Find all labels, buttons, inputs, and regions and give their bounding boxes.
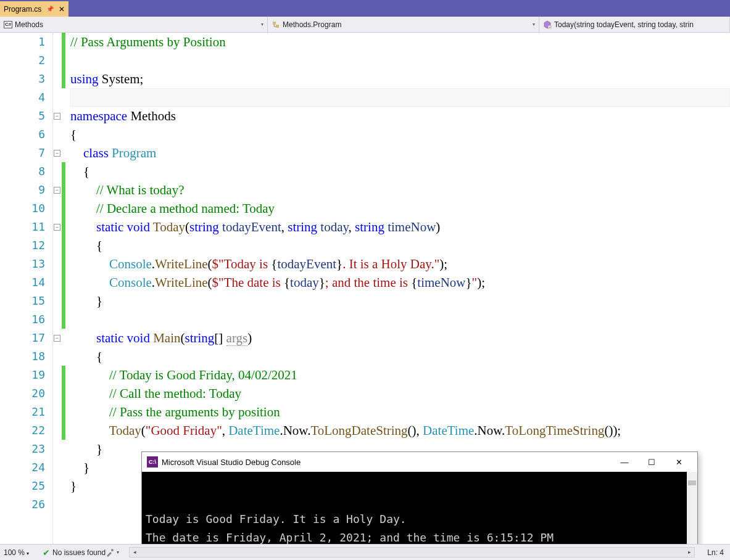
line-number: 13 (0, 255, 45, 273)
cursor-position: Ln: 4 (701, 548, 730, 557)
file-tab[interactable]: Program.cs 📌 ✕ (0, 1, 68, 17)
line-number: 1 (0, 33, 45, 51)
code-line[interactable] (70, 88, 730, 107)
code-line[interactable]: // Call the method: Today (70, 384, 730, 403)
line-number: 12 (0, 236, 45, 255)
line-number: 23 (0, 440, 45, 458)
fold-toggle[interactable]: − (54, 113, 60, 120)
line-number: 14 (0, 273, 45, 292)
minimize-button[interactable]: — (611, 458, 638, 467)
change-marker (62, 310, 65, 329)
code-line[interactable]: // What is today? (70, 181, 730, 199)
tab-strip: Program.cs 📌 ✕ (0, 0, 730, 17)
change-marker (62, 181, 65, 199)
code-line[interactable] (70, 51, 730, 70)
code-line[interactable]: } (70, 292, 730, 310)
code-line[interactable]: static void Main(string[] args) (70, 329, 730, 347)
code-line[interactable]: Today("Good Friday", DateTime.Now.ToLong… (70, 421, 730, 440)
change-marker (62, 421, 65, 440)
line-number: 10 (0, 199, 45, 218)
line-number: 15 (0, 292, 45, 310)
console-line: Today is Good Friday. It is a Holy Day. (146, 510, 694, 529)
line-number: 20 (0, 384, 45, 403)
fold-column: −−−−− (53, 33, 62, 544)
line-number: 19 (0, 366, 45, 384)
console-scroll-thumb[interactable] (688, 480, 696, 485)
member-dropdown[interactable]: Today(string todayEvent, string today, s… (539, 17, 730, 32)
change-marker (62, 33, 65, 51)
code-line[interactable] (70, 310, 730, 329)
console-title-text: Microsoft Visual Studio Debug Console (162, 458, 301, 467)
class-icon (272, 20, 280, 29)
zoom-level[interactable]: 100 %▾ (0, 548, 33, 557)
change-marker (62, 236, 65, 255)
method-icon (543, 20, 552, 29)
code-line[interactable]: { (70, 162, 730, 181)
scroll-left-icon[interactable]: ◂ (130, 548, 139, 557)
change-marker (62, 255, 65, 273)
console-app-icon: C:\ (147, 456, 158, 467)
line-number: 18 (0, 347, 45, 366)
change-marker (62, 70, 65, 88)
scope-dropdown[interactable]: C# Methods ▾ (0, 17, 268, 32)
code-line[interactable]: { (70, 125, 730, 144)
fold-toggle[interactable]: − (54, 224, 60, 231)
console-titlebar[interactable]: C:\ Microsoft Visual Studio Debug Consol… (142, 452, 697, 472)
change-marker (62, 51, 65, 70)
line-number: 2 (0, 51, 45, 70)
change-marker (62, 366, 65, 384)
issues-text: No issues found (52, 548, 106, 557)
code-line[interactable]: // Pass the arguments by position (70, 403, 730, 421)
svg-point-3 (111, 549, 114, 551)
scroll-right-icon[interactable]: ▸ (684, 548, 694, 557)
line-number: 5 (0, 107, 45, 125)
horizontal-scrollbar[interactable]: ◂ ▸ (129, 547, 695, 558)
code-line[interactable]: // Today is Good Friday, 04/02/2021 (70, 366, 730, 384)
scope-label: Methods (15, 20, 43, 29)
line-number: 3 (0, 70, 45, 88)
svg-rect-0 (273, 22, 276, 25)
line-number: 9 (0, 181, 45, 199)
change-marker (62, 162, 65, 181)
code-line[interactable]: Console.WriteLine($"The date is {today};… (70, 273, 730, 292)
line-number: 25 (0, 477, 45, 495)
svg-point-2 (548, 25, 552, 29)
tab-filename: Program.cs (4, 5, 41, 14)
fold-toggle[interactable]: − (54, 335, 60, 342)
code-line[interactable]: { (70, 347, 730, 366)
line-number: 24 (0, 458, 45, 477)
code-line[interactable]: namespace Methods (70, 107, 730, 125)
navigation-bar: C# Methods ▾ Methods.Program ▾ Today(str… (0, 17, 730, 33)
close-button[interactable]: ✕ (665, 458, 692, 467)
line-number: 7 (0, 144, 45, 162)
maximize-button[interactable]: ☐ (638, 458, 665, 467)
change-marker (62, 199, 65, 218)
chevron-down-icon: ▾ (27, 551, 29, 556)
fold-toggle[interactable]: − (54, 150, 60, 157)
change-indicator-column (62, 33, 67, 544)
line-number-gutter: 1234567891011121314151617181920212223242… (0, 33, 53, 544)
line-number: 8 (0, 162, 45, 181)
check-icon: ✔ (43, 548, 50, 558)
close-icon[interactable]: ✕ (59, 5, 65, 14)
line-number: 26 (0, 495, 45, 514)
line-number: 6 (0, 125, 45, 144)
status-bar: 100 %▾ ✔ No issues found ▾ ◂ ▸ Ln: 4 (0, 544, 730, 560)
status-options[interactable]: ▾ (106, 548, 119, 557)
line-number: 17 (0, 329, 45, 347)
code-line[interactable]: { (70, 236, 730, 255)
code-line[interactable]: // Pass Arguments by Position (70, 33, 730, 51)
line-number: 4 (0, 88, 45, 107)
fold-toggle[interactable]: − (54, 187, 60, 194)
code-line[interactable]: // Declare a method named: Today (70, 199, 730, 218)
class-dropdown[interactable]: Methods.Program ▾ (268, 17, 539, 32)
brush-icon (106, 548, 114, 557)
chevron-down-icon: ▾ (117, 550, 119, 555)
code-line[interactable]: Console.WriteLine($"Today is {todayEvent… (70, 255, 730, 273)
line-number: 11 (0, 218, 45, 236)
pin-icon[interactable]: 📌 (46, 6, 54, 12)
code-line[interactable]: class Program (70, 144, 730, 162)
code-line[interactable]: using System; (70, 70, 730, 88)
code-line[interactable]: static void Today(string todayEvent, str… (70, 218, 730, 236)
csharp-icon: C# (4, 21, 12, 28)
